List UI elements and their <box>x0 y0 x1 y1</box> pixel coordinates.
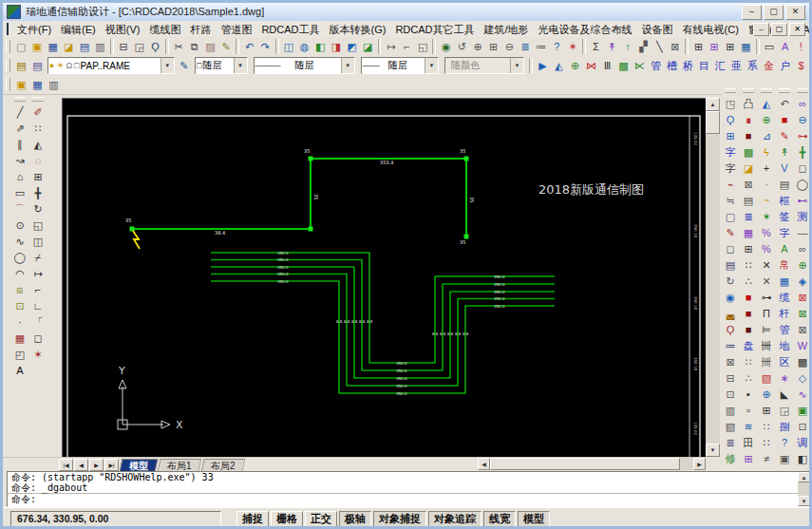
rd-help-button[interactable]: ✶ <box>565 39 581 54</box>
tool-button[interactable]: ⊖ <box>795 112 811 127</box>
tool-button[interactable]: A <box>777 241 793 256</box>
trough-tool-button[interactable]: 槽 <box>664 58 680 73</box>
toggle-捕捉[interactable]: 捕捉 <box>236 511 269 527</box>
bowtie-button[interactable]: ⋉ <box>632 58 648 73</box>
title-bar[interactable]: 瑞地通信辅助设计 - [C:\RDCAD2018\Sample1.dwg] – … <box>3 3 809 22</box>
dim-3-button[interactable]: ◱ <box>415 39 431 54</box>
tool-button[interactable]: · <box>759 177 775 192</box>
menu-item-1[interactable]: 编辑(E) <box>56 22 101 37</box>
hscroll-thumb[interactable] <box>490 458 680 470</box>
command-window[interactable]: 命令: (startapp "RDSHOWHelp.exe") 33命令: _d… <box>7 471 811 507</box>
toggle-对象追踪[interactable]: 对象追踪 <box>428 511 482 527</box>
image-button[interactable]: ▩ <box>615 58 632 73</box>
tool-button[interactable]: ◻ <box>723 241 739 256</box>
restore-icon[interactable]: ▢ <box>764 5 784 20</box>
tool-button[interactable]: 杆 <box>777 306 793 321</box>
tool-button[interactable]: ⊠ <box>741 177 757 192</box>
tool-button[interactable]: W <box>795 338 811 353</box>
tab-next-icon[interactable]: ▶ <box>89 459 104 471</box>
scroll-down-icon[interactable]: ▼ <box>706 444 720 457</box>
tool-button[interactable]: ╋ <box>795 144 811 160</box>
regen-button[interactable]: ↺ <box>454 39 470 54</box>
tool-button[interactable]: ⊞ <box>723 128 739 143</box>
table-2-button[interactable]: ⊞ <box>707 39 723 54</box>
net-3-button[interactable]: ◧ <box>312 39 329 54</box>
tool-button[interactable]: ∷ <box>741 354 757 369</box>
help-button[interactable]: ? <box>549 39 565 54</box>
tool-button[interactable]: ⊠ <box>723 354 739 369</box>
tool-button[interactable]: ∷ <box>759 435 775 450</box>
tool-button[interactable]: ⊶ <box>795 128 811 143</box>
rotate-button[interactable]: ↻ <box>30 201 47 217</box>
chevron-down-icon[interactable]: ▼ <box>341 58 354 73</box>
toolbar-grip[interactable] <box>32 97 44 102</box>
net-4-button[interactable]: ◨ <box>329 39 345 54</box>
tool-button[interactable]: ∷ <box>759 419 775 434</box>
tool-button[interactable]: ◈ <box>795 274 811 289</box>
print-preview-button[interactable]: ◲ <box>131 39 147 54</box>
toolbar-grip[interactable] <box>14 97 26 102</box>
tool-button[interactable]: Ϙ <box>723 112 739 127</box>
tool-button[interactable]: 签 <box>777 209 793 224</box>
tool-button[interactable]: ◧ <box>795 451 811 466</box>
tool-button[interactable]: ▣ <box>777 451 793 466</box>
vscroll-thumb[interactable] <box>706 111 720 134</box>
point-button[interactable]: · <box>12 314 28 330</box>
tool-button[interactable]: 卌 <box>759 354 775 369</box>
dim-1-button[interactable]: ↦ <box>383 39 399 54</box>
tool-button[interactable]: ▧ <box>723 419 739 434</box>
drawing-canvas[interactable]: 135.02350.18350.18350.18135.022018新版通信制图… <box>62 98 706 457</box>
tool-button[interactable]: ≋ <box>741 419 757 434</box>
tool-button[interactable]: ⊟ <box>723 370 739 386</box>
close-icon[interactable]: ✕ <box>785 5 805 20</box>
scroll-up-icon[interactable]: ▲ <box>798 472 810 482</box>
tool-button[interactable]: ■ <box>741 290 757 305</box>
tool-button[interactable]: V <box>777 161 793 176</box>
toolbar-grip[interactable] <box>725 88 736 93</box>
tool-button[interactable]: ⊷ <box>795 193 811 208</box>
layer-states-button[interactable]: ▤ <box>29 58 46 73</box>
trim-button[interactable]: ⌿ <box>30 250 47 265</box>
pan-button[interactable]: ◉ <box>438 39 454 54</box>
scroll-right-icon[interactable]: ▶ <box>693 458 706 470</box>
dim-2-button[interactable]: ⌐ <box>399 39 415 54</box>
undo-button[interactable]: ↶ <box>241 39 257 54</box>
canvas-hscrollbar[interactable]: ◀ ▶ <box>478 458 706 470</box>
menu-item-9[interactable]: 建筑/地形 <box>480 22 534 37</box>
scroll-left-icon[interactable]: ◀ <box>478 458 490 470</box>
tool-button[interactable]: ▤ <box>777 177 793 192</box>
tool-button[interactable]: ▤ <box>723 257 739 273</box>
menu-item-3[interactable]: 缆线图 <box>144 22 185 37</box>
tool-button[interactable]: % <box>759 241 775 256</box>
tool-button[interactable]: ∷ <box>741 257 757 273</box>
arrow-green-button[interactable]: ↑ <box>620 39 636 54</box>
table-4-button[interactable]: ▦ <box>738 39 754 54</box>
jin-tool-button[interactable]: 金 <box>761 58 777 73</box>
tool-button[interactable]: ⊨ <box>759 322 775 337</box>
tool-button[interactable]: Ϙ <box>723 322 739 337</box>
tool-button[interactable]: 卌 <box>759 338 775 353</box>
tool-button[interactable]: 字 <box>723 144 739 160</box>
tool-button[interactable]: — <box>795 225 811 240</box>
break-button[interactable]: ⌐ <box>30 282 47 297</box>
tool-button[interactable]: ◣ <box>777 387 793 402</box>
tool-button[interactable]: ∗ <box>777 370 793 386</box>
tool-button[interactable]: ⊕ <box>795 257 811 273</box>
open-dwg-button[interactable]: ▣ <box>13 77 29 92</box>
save-as-button[interactable]: ▥ <box>92 39 108 54</box>
print-button[interactable]: ⊟ <box>116 39 132 54</box>
layer-manager-button[interactable]: ▤ <box>13 58 29 73</box>
chevron-down-icon[interactable]: ▼ <box>425 58 438 73</box>
join-button[interactable]: ◻ <box>30 331 47 346</box>
profile-chart-button[interactable]: ◭ <box>551 58 567 73</box>
tool-button[interactable]: ? <box>777 435 793 450</box>
region-button[interactable]: ◰ <box>12 347 28 362</box>
ellipse-arc-button[interactable]: ◠ <box>12 266 28 281</box>
tool-button[interactable]: 管 <box>777 322 793 337</box>
sum-button[interactable]: Σ <box>588 39 604 54</box>
scroll-up-icon[interactable]: ▲ <box>706 98 720 111</box>
menu-item-7[interactable]: 版本转换(G) <box>325 22 391 37</box>
insert-block-button[interactable]: ⧈ <box>12 282 28 297</box>
open-button[interactable]: ◪ <box>61 39 77 54</box>
box-tool-button[interactable]: ⊠ <box>668 39 684 54</box>
